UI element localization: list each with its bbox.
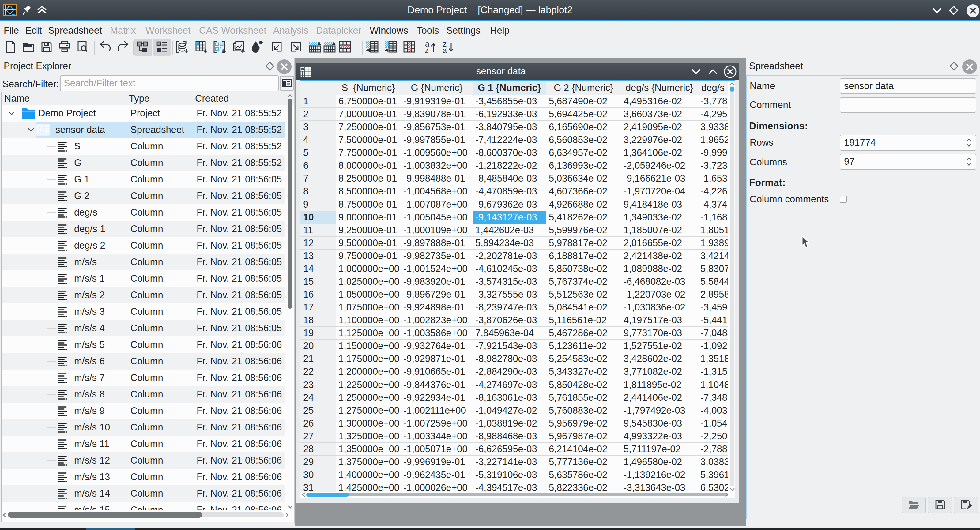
svg-text:a: a [442,46,447,54]
svg-text:z: z [425,46,429,54]
